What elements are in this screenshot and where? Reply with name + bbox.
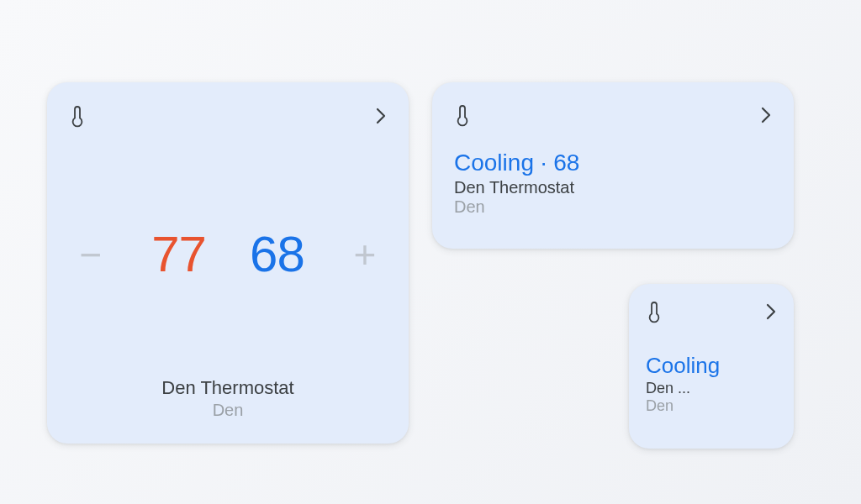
thermometer-icon [69,104,86,128]
chevron-right-icon[interactable] [765,302,777,322]
cool-setpoint: 68 [250,225,304,283]
chevron-right-icon[interactable] [760,105,772,125]
device-name: Den Thermostat [454,178,772,197]
card-body: Cooling Den ... Den [646,353,777,415]
card-header [646,299,777,324]
card-header [69,101,387,131]
status-text: Cooling [646,353,777,379]
thermostat-card-large[interactable]: − 77 68 + Den Thermostat Den [47,82,409,444]
card-body: Cooling · 68 Den Thermostat Den [454,150,772,217]
room-name: Den [69,401,387,420]
room-name: Den [646,397,777,415]
thermometer-icon [646,300,663,323]
card-header [454,101,772,129]
decrease-button[interactable]: − [74,235,108,274]
chevron-right-icon[interactable] [375,106,387,126]
device-name: Den Thermostat [69,377,387,399]
thermostat-card-medium[interactable]: Cooling · 68 Den Thermostat Den [432,82,794,249]
device-name: Den ... [646,380,777,397]
room-name: Den [454,197,772,217]
status-text: Cooling · 68 [454,150,772,176]
temperature-controls: − 77 68 + [69,131,387,377]
heat-setpoint: 77 [151,225,206,283]
card-footer: Den Thermostat Den [69,377,387,425]
thermometer-icon [454,103,471,127]
thermostat-card-small[interactable]: Cooling Den ... Den [629,284,794,449]
increase-button[interactable]: + [348,235,382,274]
